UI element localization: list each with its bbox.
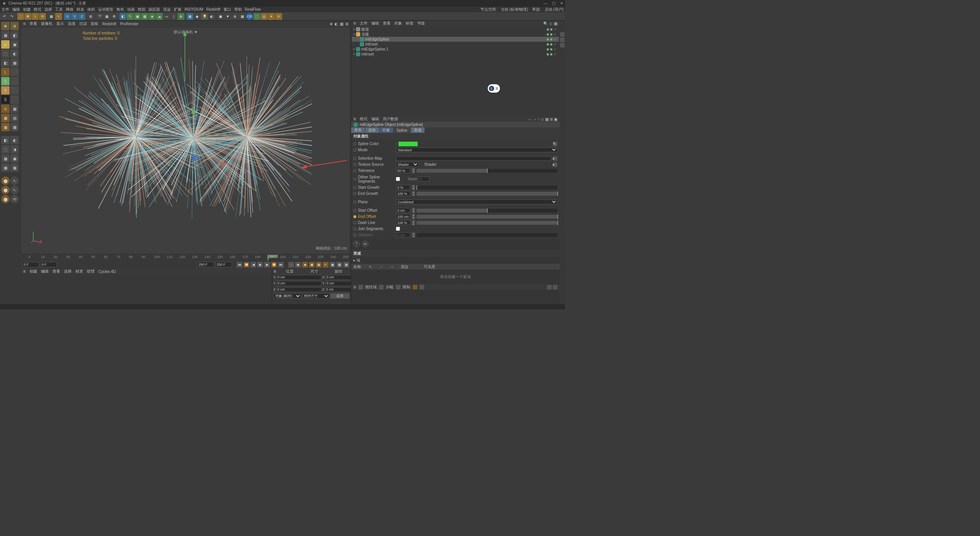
misc-button-9[interactable]: ✦	[268, 13, 275, 20]
goto-start-button[interactable]: ⏮	[237, 262, 242, 268]
goto-end-button[interactable]: ⏭	[278, 262, 284, 268]
timeline-start-input[interactable]	[22, 262, 39, 267]
next-frame-button[interactable]: ▶	[264, 262, 270, 268]
render-settings-button[interactable]: ⚙	[111, 13, 118, 20]
misc-button-3[interactable]: ▼	[224, 13, 231, 20]
end-growth-spinner[interactable]: ▴▾	[412, 191, 415, 196]
start-offset-spinner[interactable]: ▴▾	[412, 208, 415, 213]
menu-simulate[interactable]: 模拟	[138, 7, 145, 12]
object-tree-item[interactable]: ▾mtEdgeSpline.1✓	[352, 47, 559, 52]
mat-menu-cycles[interactable]: Cycles 4D	[98, 270, 116, 274]
tool-button-8[interactable]	[10, 86, 19, 95]
misc-button-2[interactable]: ▣	[217, 13, 224, 20]
tool-button-27[interactable]: ↖	[10, 186, 19, 194]
attr-tab-coord[interactable]: 坐标	[365, 127, 379, 133]
field-subsection[interactable]: ▸ 域	[351, 257, 560, 264]
attr-nav-icon4[interactable]: ▣	[554, 117, 557, 121]
object-tree-item[interactable]: ▾能显✓	[352, 27, 559, 32]
deformer-button[interactable]: ◈	[149, 13, 155, 20]
viewport-nav-icon-1[interactable]: ⊕	[330, 22, 333, 26]
generator-button[interactable]: ▦	[141, 13, 148, 20]
timeline-end-input[interactable]	[197, 262, 214, 267]
viewport-menu-display[interactable]: 显示	[56, 21, 64, 26]
attr-menu-edit[interactable]: 编辑	[371, 116, 379, 122]
color-picker-icon[interactable]: ✎	[553, 142, 557, 146]
tool-button-19[interactable]: ◑	[10, 145, 19, 154]
mat-menu-create[interactable]: 创建	[29, 269, 37, 274]
viewport-menu-view[interactable]: 查看	[29, 21, 37, 26]
start-offset-slider[interactable]	[416, 209, 557, 212]
attr-nav-icon1[interactable]: ◇	[541, 117, 544, 121]
viewport-menu-options[interactable]: 选项	[68, 21, 75, 26]
texture-source-select[interactable]: Shader	[396, 162, 419, 167]
axis-z-toggle[interactable]: Z	[78, 13, 85, 20]
mat-menu-texture[interactable]: 纹理	[87, 269, 95, 274]
tool-button-7[interactable]	[10, 77, 19, 85]
key-button-1[interactable]: ◆	[302, 262, 308, 268]
obj-menu-edit[interactable]: 编辑	[371, 21, 379, 26]
end-offset-slider[interactable]	[416, 215, 557, 219]
key-button-5[interactable]: ▣	[330, 262, 335, 268]
render-view-button[interactable]: 🎬	[96, 13, 103, 20]
object-tree-item[interactable]: ▾克隆✓	[352, 32, 559, 37]
dash-line-input[interactable]	[396, 220, 410, 225]
poly-mode-button[interactable]: L	[1, 68, 10, 76]
tool-button-20[interactable]: ▦	[1, 154, 10, 163]
node-space-value[interactable]: 当前 (标准/物理)	[501, 7, 528, 12]
tool-button-3[interactable]: ▣	[10, 40, 19, 49]
s-button-1[interactable]: S	[1, 77, 10, 85]
attr-nav-fwd[interactable]: →	[533, 117, 537, 121]
tolerance-spinner[interactable]: ▴▾	[412, 168, 415, 173]
tool-button-26[interactable]: ⬤	[1, 186, 10, 194]
cube-primitive-button[interactable]: ◧	[119, 13, 126, 20]
misc-button-6[interactable]: OR	[246, 13, 253, 20]
tool-button-22[interactable]: ▦	[1, 163, 10, 172]
misc-button-1[interactable]: ◐	[208, 13, 215, 20]
menu-spline[interactable]: 样条	[77, 7, 84, 12]
menu-animate[interactable]: 动画	[127, 7, 135, 12]
edge-tool-2[interactable]	[560, 38, 565, 42]
tool-button-12[interactable]: ▦	[1, 114, 10, 122]
edge-tool-1[interactable]	[560, 32, 565, 37]
null-button[interactable]: ⊕	[178, 13, 185, 20]
toggle-limit-label[interactable]: 限制	[403, 284, 410, 290]
light-button[interactable]: |	[170, 13, 177, 20]
next-key-button[interactable]: ⏩	[271, 262, 277, 268]
object-tree-item[interactable]: mtInset✓	[352, 42, 559, 47]
timeline-startframe-input[interactable]	[40, 262, 57, 267]
texture-mode-button[interactable]: ▦	[1, 31, 10, 39]
pos-z-input[interactable]	[276, 287, 322, 292]
tool-button-21[interactable]: ▣	[10, 154, 19, 163]
misc-button-8[interactable]: ◎	[261, 13, 268, 20]
tool-button-10[interactable]: ⊙	[1, 105, 10, 113]
coord-mode1-select[interactable]: 对象 (相对)	[273, 293, 301, 299]
move-tool[interactable]: ✥	[24, 13, 31, 20]
ui-value[interactable]: 启动 (用户)	[545, 7, 564, 12]
obj-search-icon[interactable]: 🔍	[543, 21, 548, 26]
menu-render[interactable]: 渲染	[163, 7, 171, 12]
toggle-right-icon-1[interactable]	[547, 285, 552, 289]
toggle-limit-icon[interactable]	[396, 285, 400, 289]
prev-frame-button[interactable]: ◀	[250, 262, 256, 268]
coord-apply-button[interactable]: 应用	[330, 293, 350, 299]
undo-button[interactable]: ↶	[1, 13, 8, 20]
viewport-menu-filter[interactable]: 过滤	[79, 21, 87, 26]
workplane-button[interactable]: ◈	[1, 40, 10, 49]
model-mode-button[interactable]: ✥	[1, 22, 10, 30]
obj-menu-bookmarks[interactable]: 书签	[417, 21, 425, 26]
obj-menu-file[interactable]: 文件	[360, 21, 368, 26]
field-empty-hint[interactable]: 双击创建一个新域	[351, 270, 560, 284]
tolerance-input[interactable]	[396, 168, 410, 173]
tool-button-13[interactable]: ▤	[10, 114, 19, 122]
mat-menu-view[interactable]: 查看	[52, 269, 60, 274]
mode-select[interactable]: Standard	[396, 147, 557, 152]
viewport-nav-icon-4[interactable]: ⊞	[345, 22, 348, 26]
menu-help[interactable]: 帮助	[234, 7, 242, 12]
tool-button-28[interactable]: ⬤	[1, 195, 10, 203]
end-growth-slider[interactable]	[416, 192, 557, 196]
menu-select[interactable]: 选择	[44, 7, 52, 12]
menu-realflow[interactable]: RealFlow	[245, 7, 261, 11]
plane-select[interactable]: Combined	[396, 199, 557, 204]
toggle-extra-icon-1[interactable]	[413, 285, 417, 289]
menu-mograph[interactable]: 运动图形	[98, 7, 113, 12]
